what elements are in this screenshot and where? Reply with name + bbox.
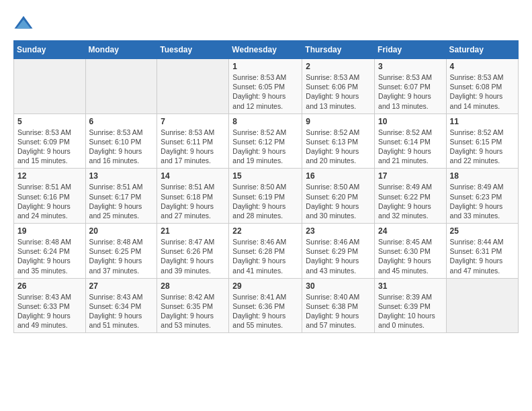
calendar-cell: 8Sunrise: 8:52 AM Sunset: 6:12 PM Daylig…	[229, 113, 302, 169]
day-number: 4	[450, 62, 515, 71]
calendar-cell	[157, 59, 229, 114]
day-info: Sunrise: 8:51 AM Sunset: 6:16 PM Dayligh…	[17, 183, 71, 220]
calendar-cell: 26Sunrise: 8:43 AM Sunset: 6:33 PM Dayli…	[14, 278, 86, 333]
week-row-4: 26Sunrise: 8:43 AM Sunset: 6:33 PM Dayli…	[14, 278, 519, 333]
calendar-cell: 22Sunrise: 8:46 AM Sunset: 6:28 PM Dayli…	[229, 224, 302, 279]
calendar-cell: 14Sunrise: 8:51 AM Sunset: 6:18 PM Dayli…	[157, 169, 229, 224]
calendar-cell: 12Sunrise: 8:51 AM Sunset: 6:16 PM Dayli…	[14, 169, 86, 224]
day-number: 15	[232, 171, 298, 181]
day-info: Sunrise: 8:52 AM Sunset: 6:13 PM Dayligh…	[306, 128, 359, 165]
calendar-cell: 10Sunrise: 8:52 AM Sunset: 6:14 PM Dayli…	[375, 113, 447, 169]
day-info: Sunrise: 8:53 AM Sunset: 6:07 PM Dayligh…	[378, 73, 432, 110]
day-info: Sunrise: 8:44 AM Sunset: 6:31 PM Dayligh…	[450, 238, 504, 275]
day-info: Sunrise: 8:53 AM Sunset: 6:08 PM Dayligh…	[450, 73, 504, 110]
week-row-0: 1Sunrise: 8:53 AM Sunset: 6:05 PM Daylig…	[14, 59, 519, 114]
day-number: 8	[232, 117, 298, 126]
calendar-cell: 1Sunrise: 8:53 AM Sunset: 6:05 PM Daylig…	[229, 59, 302, 114]
day-number: 9	[306, 117, 371, 126]
day-number: 22	[232, 226, 298, 236]
day-number: 20	[89, 226, 154, 236]
calendar-cell: 18Sunrise: 8:49 AM Sunset: 6:23 PM Dayli…	[446, 169, 518, 224]
calendar-cell: 15Sunrise: 8:50 AM Sunset: 6:19 PM Dayli…	[229, 169, 302, 224]
day-info: Sunrise: 8:48 AM Sunset: 6:25 PM Dayligh…	[89, 238, 143, 275]
calendar-cell: 6Sunrise: 8:53 AM Sunset: 6:10 PM Daylig…	[85, 113, 157, 169]
day-info: Sunrise: 8:46 AM Sunset: 6:28 PM Dayligh…	[232, 238, 286, 275]
day-info: Sunrise: 8:39 AM Sunset: 6:39 PM Dayligh…	[378, 293, 435, 330]
calendar-cell: 23Sunrise: 8:46 AM Sunset: 6:29 PM Dayli…	[302, 224, 375, 279]
header-sunday: Sunday	[14, 41, 86, 59]
calendar-cell: 16Sunrise: 8:50 AM Sunset: 6:20 PM Dayli…	[302, 169, 375, 224]
day-info: Sunrise: 8:43 AM Sunset: 6:33 PM Dayligh…	[17, 293, 71, 330]
calendar-table: SundayMondayTuesdayWednesdayThursdayFrid…	[13, 40, 519, 333]
day-info: Sunrise: 8:52 AM Sunset: 6:14 PM Dayligh…	[378, 128, 432, 165]
calendar-cell	[446, 278, 518, 333]
page-header	[13, 13, 519, 34]
day-number: 14	[161, 171, 225, 181]
logo	[13, 13, 36, 34]
day-number: 16	[306, 171, 371, 181]
calendar-cell: 25Sunrise: 8:44 AM Sunset: 6:31 PM Dayli…	[446, 224, 518, 279]
day-info: Sunrise: 8:52 AM Sunset: 6:15 PM Dayligh…	[450, 128, 504, 165]
day-info: Sunrise: 8:49 AM Sunset: 6:23 PM Dayligh…	[450, 183, 504, 220]
calendar-cell: 4Sunrise: 8:53 AM Sunset: 6:08 PM Daylig…	[446, 59, 518, 114]
day-number: 26	[17, 281, 82, 291]
day-number: 11	[450, 117, 515, 126]
day-number: 28	[161, 281, 225, 291]
header-tuesday: Tuesday	[157, 41, 229, 59]
day-info: Sunrise: 8:45 AM Sunset: 6:30 PM Dayligh…	[378, 238, 432, 275]
calendar-body: 1Sunrise: 8:53 AM Sunset: 6:05 PM Daylig…	[14, 59, 519, 333]
day-info: Sunrise: 8:49 AM Sunset: 6:22 PM Dayligh…	[378, 183, 432, 220]
calendar-cell: 24Sunrise: 8:45 AM Sunset: 6:30 PM Dayli…	[375, 224, 447, 279]
day-info: Sunrise: 8:53 AM Sunset: 6:11 PM Dayligh…	[161, 128, 214, 165]
day-number: 6	[89, 117, 154, 126]
page-wrapper: SundayMondayTuesdayWednesdayThursdayFrid…	[13, 13, 519, 333]
header-thursday: Thursday	[302, 41, 375, 59]
day-number: 7	[161, 117, 225, 126]
calendar-cell: 11Sunrise: 8:52 AM Sunset: 6:15 PM Dayli…	[446, 113, 518, 169]
day-info: Sunrise: 8:40 AM Sunset: 6:38 PM Dayligh…	[306, 293, 359, 330]
day-info: Sunrise: 8:42 AM Sunset: 6:35 PM Dayligh…	[161, 293, 214, 330]
day-info: Sunrise: 8:50 AM Sunset: 6:19 PM Dayligh…	[232, 183, 286, 220]
day-info: Sunrise: 8:47 AM Sunset: 6:26 PM Dayligh…	[161, 238, 214, 275]
calendar-cell: 20Sunrise: 8:48 AM Sunset: 6:25 PM Dayli…	[85, 224, 157, 279]
day-number: 29	[232, 281, 298, 291]
calendar-cell: 31Sunrise: 8:39 AM Sunset: 6:39 PM Dayli…	[375, 278, 447, 333]
day-info: Sunrise: 8:53 AM Sunset: 6:06 PM Dayligh…	[306, 73, 359, 110]
day-number: 27	[89, 281, 154, 291]
day-number: 30	[306, 281, 371, 291]
day-info: Sunrise: 8:53 AM Sunset: 6:10 PM Dayligh…	[89, 128, 143, 165]
logo-icon	[13, 13, 34, 34]
calendar-cell: 9Sunrise: 8:52 AM Sunset: 6:13 PM Daylig…	[302, 113, 375, 169]
calendar-cell: 5Sunrise: 8:53 AM Sunset: 6:09 PM Daylig…	[14, 113, 86, 169]
day-info: Sunrise: 8:43 AM Sunset: 6:34 PM Dayligh…	[89, 293, 143, 330]
week-row-1: 5Sunrise: 8:53 AM Sunset: 6:09 PM Daylig…	[14, 113, 519, 169]
day-number: 3	[378, 62, 443, 71]
calendar-cell: 17Sunrise: 8:49 AM Sunset: 6:22 PM Dayli…	[375, 169, 447, 224]
day-number: 24	[378, 226, 443, 236]
calendar-cell: 30Sunrise: 8:40 AM Sunset: 6:38 PM Dayli…	[302, 278, 375, 333]
day-number: 18	[450, 171, 515, 181]
calendar-cell: 21Sunrise: 8:47 AM Sunset: 6:26 PM Dayli…	[157, 224, 229, 279]
day-info: Sunrise: 8:50 AM Sunset: 6:20 PM Dayligh…	[306, 183, 359, 220]
day-number: 21	[161, 226, 225, 236]
calendar-header: SundayMondayTuesdayWednesdayThursdayFrid…	[14, 41, 519, 59]
calendar-cell	[85, 59, 157, 114]
header-saturday: Saturday	[446, 41, 518, 59]
day-number: 10	[378, 117, 443, 126]
calendar-cell: 2Sunrise: 8:53 AM Sunset: 6:06 PM Daylig…	[302, 59, 375, 114]
day-number: 25	[450, 226, 515, 236]
day-info: Sunrise: 8:48 AM Sunset: 6:24 PM Dayligh…	[17, 238, 71, 275]
header-friday: Friday	[375, 41, 447, 59]
calendar-cell: 29Sunrise: 8:41 AM Sunset: 6:36 PM Dayli…	[229, 278, 302, 333]
day-info: Sunrise: 8:52 AM Sunset: 6:12 PM Dayligh…	[232, 128, 286, 165]
header-row: SundayMondayTuesdayWednesdayThursdayFrid…	[14, 41, 519, 59]
day-info: Sunrise: 8:53 AM Sunset: 6:05 PM Dayligh…	[232, 73, 286, 110]
day-number: 31	[378, 281, 443, 291]
day-number: 12	[17, 171, 82, 181]
week-row-3: 19Sunrise: 8:48 AM Sunset: 6:24 PM Dayli…	[14, 224, 519, 279]
header-monday: Monday	[85, 41, 157, 59]
day-info: Sunrise: 8:46 AM Sunset: 6:29 PM Dayligh…	[306, 238, 359, 275]
day-info: Sunrise: 8:51 AM Sunset: 6:18 PM Dayligh…	[161, 183, 214, 220]
day-number: 13	[89, 171, 154, 181]
day-info: Sunrise: 8:41 AM Sunset: 6:36 PM Dayligh…	[232, 293, 286, 330]
